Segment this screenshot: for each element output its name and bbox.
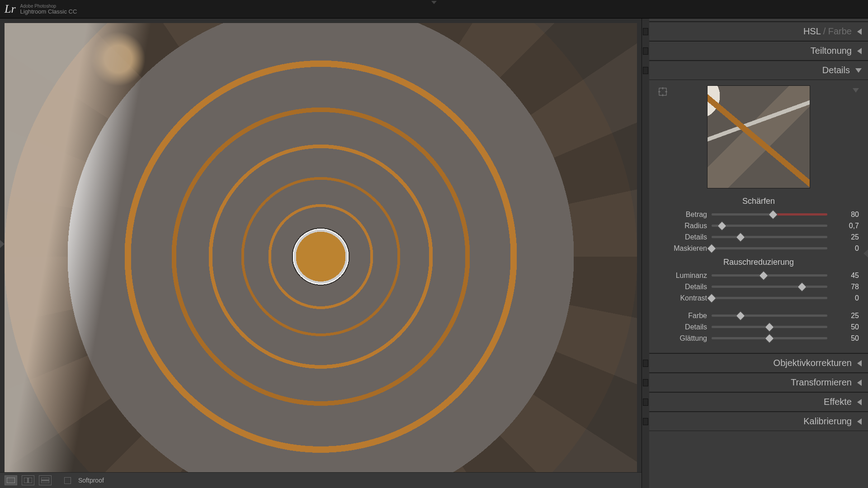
panel-title-teiltonung: Teiltonung [811,46,852,56]
svg-rect-4 [41,481,49,483]
app-name: Lightroom Classic CC [20,8,77,15]
panels-stack: HSL / Farbe Teiltonung Details [649,19,868,488]
app-name-block: Adobe Photoshop Lightroom Classic CC [20,4,77,14]
slider-handle-icon[interactable] [764,322,774,332]
slider-track[interactable] [712,314,827,317]
top-panel-collapse-icon[interactable] [431,1,437,4]
detail-preview-thumbnail[interactable] [707,85,810,188]
chevron-left-icon [857,360,862,366]
panel-header-kalibrierung[interactable]: Kalibrierung [649,412,868,431]
slider-track[interactable] [712,236,827,238]
section-title-sharpen: Schärfen [658,197,859,206]
svg-rect-0 [7,478,15,483]
slider-farbe-details[interactable]: Details 50 [658,321,859,333]
chevron-left-icon [857,399,862,405]
canvas-stage [0,19,642,472]
slider-track[interactable] [712,247,827,249]
slider-track[interactable] [712,286,827,288]
chevron-left-icon [857,48,862,54]
chevron-left-icon [857,380,862,386]
panel-title-details: Details [822,65,850,75]
panel-switch-icon[interactable] [643,360,648,367]
panel-header-teiltonung[interactable]: Teiltonung [649,41,868,61]
canvas-column: Softproof [0,19,642,488]
softproof-label: Softproof [78,477,104,484]
slider-luminanz[interactable]: Luminanz 45 [658,270,859,281]
slider-sharpen-details[interactable]: Details 25 [658,231,859,243]
slider-maskieren[interactable]: Maskieren 0 [658,243,859,254]
panel-switch-icon[interactable] [643,379,648,386]
panel-header-effekte[interactable]: Effekte [649,392,868,412]
panel-title-effekte: Effekte [824,397,852,407]
panel-switch-icon[interactable] [643,399,648,406]
right-rail: HSL / Farbe Teiltonung Details [642,19,868,488]
slider-track[interactable] [712,326,827,328]
slider-betrag[interactable]: Betrag 80 [658,209,859,220]
slider-handle-icon[interactable] [797,282,807,291]
slider-track[interactable] [712,213,827,216]
panel-title-kalibrierung: Kalibrierung [803,416,852,427]
panel-header-transformieren[interactable]: Transformieren [649,373,868,392]
slider-track[interactable] [712,337,827,339]
slider-track[interactable] [712,225,827,227]
panel-title-objektivkorrekturen: Objektivkorrekturen [774,358,852,368]
softproof-checkbox[interactable] [64,477,71,484]
panel-header-hsl-farbe[interactable]: HSL / Farbe [649,22,868,41]
slider-handle-icon[interactable] [759,271,769,280]
view-before-after-lr-button[interactable] [22,475,34,485]
canvas-toolbar: Softproof [0,472,642,488]
photo-content-spiral-staircase [5,23,637,472]
panel-switch-icon[interactable] [643,47,648,55]
main-area: Softproof HSL / Farbe [0,19,868,488]
left-rail-expand-icon[interactable] [0,240,5,248]
panel-title-hsl-farbe: HSL / Farbe [803,26,852,37]
panel-switch-icon[interactable] [643,67,648,74]
slider-handle-icon[interactable] [768,210,778,219]
slider-handle-icon[interactable] [764,333,774,343]
slider-track[interactable] [712,297,827,299]
slider-handle-icon[interactable] [736,232,745,242]
app-logo: Lr [5,2,16,16]
detail-preview-menu-icon[interactable] [853,88,859,93]
panel-switch-icon[interactable] [643,418,648,425]
chevron-down-icon [855,68,862,73]
view-loupe-button[interactable] [5,475,17,485]
chevron-left-icon [857,418,862,425]
slider-handle-icon[interactable] [736,311,745,320]
titlebar: Lr Adobe Photoshop Lightroom Classic CC [0,0,868,19]
right-rail-collapse-icon[interactable] [863,249,868,258]
section-title-noise: Rauschreduzierung [658,258,859,267]
slider-kontrast[interactable]: Kontrast 0 [658,292,859,304]
panel-title-transformieren: Transformieren [791,377,852,388]
panel-header-objektivkorrekturen[interactable]: Objektivkorrekturen [649,353,868,373]
svg-rect-2 [28,478,32,483]
panel-header-details[interactable]: Details [649,61,868,80]
panel-body-details: Schärfen Betrag 80 Radius 0,7 Details [649,80,868,353]
svg-rect-3 [41,478,49,480]
view-before-after-tb-button[interactable] [39,475,52,485]
slider-luminanz-details[interactable]: Details 78 [658,281,859,292]
slider-track[interactable] [712,274,827,277]
slider-farbe[interactable]: Farbe 25 [658,310,859,321]
detail-target-picker-icon[interactable] [658,87,667,98]
main-photo[interactable] [5,23,637,472]
chevron-left-icon [857,28,862,35]
slider-handle-icon[interactable] [717,221,726,230]
slider-glaettung[interactable]: Glättung 50 [658,333,859,344]
panel-header-gradationskurve[interactable] [649,19,868,22]
slider-radius[interactable]: Radius 0,7 [658,220,859,231]
panel-switch-icon[interactable] [643,28,648,35]
svg-rect-1 [24,478,28,483]
